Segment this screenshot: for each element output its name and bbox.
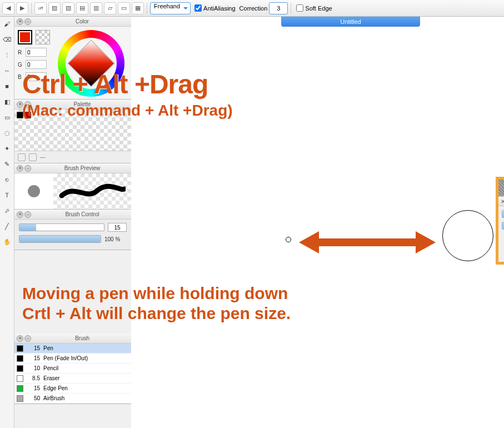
close-icon[interactable]: ✕ <box>17 211 23 218</box>
copy-icon[interactable] <box>18 153 26 161</box>
brush-row[interactable]: 15Edge Pen <box>14 384 131 394</box>
brush-name: AirBrush <box>43 395 129 401</box>
brush-size-slider[interactable] <box>19 223 104 231</box>
draw-mode-select[interactable]: Freehand <box>150 2 191 14</box>
r-input[interactable] <box>26 48 47 57</box>
pattern-6-icon[interactable]: ▭ <box>118 2 130 14</box>
size-demo <box>276 217 493 272</box>
annotation-line1: Ctrl + Alt +Drag <box>22 69 500 99</box>
document-tab[interactable]: Untitled <box>281 17 420 27</box>
pen-tool-icon[interactable]: ✎ <box>2 159 12 169</box>
pattern-2-icon[interactable]: ▧ <box>62 2 74 14</box>
tool-strip: 🖌 ⌫ ⋮ ↔ ■ ◧ ▭ ◌ ✦ ✎ ⎋ T ⬀ ╱ ✋ <box>0 17 14 428</box>
brush-size: 8.5 <box>27 375 40 381</box>
pattern-3-icon[interactable]: ▤ <box>76 2 88 14</box>
draw-mode-label: Freehand <box>154 3 180 9</box>
g-label: G <box>18 62 23 68</box>
annotation-body: Moving a pen while holding down Crtl + A… <box>22 283 500 324</box>
annotation-heading: Ctrl + Alt +Drag (Mac: command + Alt +Dr… <box>22 69 500 120</box>
background-swatch[interactable] <box>36 30 50 44</box>
brush-name: Pencil <box>43 365 129 371</box>
pointer-tool-icon[interactable]: ⬀ <box>2 206 12 216</box>
zoom-brush-control: ✕– Brush Control 100 % <box>496 177 504 265</box>
r-label: R <box>18 49 23 56</box>
brush-swatch <box>17 365 23 372</box>
brush-size: 50 <box>27 395 40 401</box>
brush-list-panel: ✕– Brush 15Pen15Pen (Fade In/Out)10Penci… <box>14 334 131 404</box>
g-input[interactable] <box>26 60 47 69</box>
brush-name: Pen <box>43 345 129 351</box>
softedge-checkbox[interactable] <box>296 4 303 12</box>
annotation-body1: Moving a pen while holding down <box>22 283 500 303</box>
brush-opacity-slider[interactable] <box>502 222 504 230</box>
brush-row[interactable]: 10Pencil <box>14 364 131 374</box>
move-tool-icon[interactable]: ↔ <box>2 66 12 76</box>
softedge-check[interactable]: Soft Edge <box>296 4 332 12</box>
brush-opacity-slider[interactable] <box>19 235 101 243</box>
brush-size: 15 <box>27 385 40 391</box>
brush-tool-icon[interactable]: 🖌 <box>2 19 12 29</box>
text-tool-icon[interactable]: T <box>2 190 12 200</box>
wand-tool-icon[interactable]: ✦ <box>2 143 12 153</box>
brush-name: Eraser <box>43 375 129 381</box>
brush-preview-panel: ✕– Brush Preview <box>14 163 131 210</box>
brush-dot-preview <box>14 173 53 209</box>
collapse-icon[interactable]: – <box>24 211 31 218</box>
document-title: Untitled <box>340 18 361 25</box>
gradient-tool-icon[interactable]: ◧ <box>2 97 12 107</box>
brush-row[interactable]: 8.5Eraser <box>14 374 131 384</box>
lasso-tool-icon[interactable]: ◌ <box>2 128 12 138</box>
collapse-icon[interactable]: – <box>24 18 31 25</box>
trash-icon[interactable] <box>29 153 37 161</box>
rect-select-icon[interactable]: ▭ <box>2 112 12 122</box>
pattern-7-icon[interactable]: ▦ <box>132 2 144 14</box>
brush-size-input[interactable] <box>108 223 127 232</box>
close-icon[interactable]: ✕ <box>501 198 504 205</box>
brush-control-panel: ✕– Brush Control 100 % <box>14 210 131 250</box>
close-icon[interactable]: ✕ <box>17 18 23 25</box>
collapse-icon[interactable]: – <box>24 165 31 172</box>
eyedropper-icon[interactable]: ⎋ <box>2 175 12 185</box>
annotation-body2: Crtl + Alt will change the pen size. <box>22 303 500 324</box>
nav-next-icon[interactable]: ▶ <box>16 2 28 14</box>
brush-name: Pen (Fade In/Out) <box>43 355 129 361</box>
brush-swatch <box>17 395 23 402</box>
brush-swatch <box>17 375 23 382</box>
brush-swatch <box>17 355 23 362</box>
close-icon[interactable]: ✕ <box>17 335 23 342</box>
eraser-tool-icon[interactable]: ⌫ <box>2 34 12 44</box>
brush-list-title: Brush <box>33 335 131 341</box>
off-icon[interactable]: off <box>34 2 47 14</box>
large-brush-circle <box>442 210 493 261</box>
fill-tool-icon[interactable]: ■ <box>2 81 12 91</box>
brush-opacity-label: 100 % <box>104 236 127 242</box>
brush-size-slider[interactable] <box>502 210 504 218</box>
hand-tool-icon[interactable]: ✋ <box>2 237 12 247</box>
palette-footer-text: --- <box>40 154 46 160</box>
antialias-checkbox[interactable] <box>194 4 202 12</box>
brush-row[interactable]: 15Pen <box>14 344 131 354</box>
close-icon[interactable]: ✕ <box>17 165 23 172</box>
correction-input[interactable] <box>269 2 288 14</box>
correction-label: Correction <box>239 5 268 12</box>
antialias-check[interactable]: AntiAliasing <box>194 4 235 12</box>
brush-stroke-preview <box>53 173 131 209</box>
pattern-5-icon[interactable]: ▱ <box>104 2 116 14</box>
brush-size: 15 <box>27 355 40 361</box>
softedge-label: Soft Edge <box>305 5 332 12</box>
brush-control-title: Brush Control <box>33 211 131 217</box>
brush-row[interactable]: 15Pen (Fade In/Out) <box>14 354 131 364</box>
foreground-swatch[interactable] <box>18 30 32 44</box>
dots-tool-icon[interactable]: ⋮ <box>2 50 12 60</box>
pattern-1-icon[interactable]: ▨ <box>48 2 61 14</box>
double-arrow-icon <box>298 227 437 258</box>
line-tool-icon[interactable]: ╱ <box>2 221 12 231</box>
nav-prev-icon[interactable]: ◀ <box>2 2 14 14</box>
brush-size: 15 <box>27 345 40 351</box>
top-toolbar: ◀ ▶ off ▨ ▧ ▤ ▥ ▱ ▭ ▦ Freehand AntiAlias… <box>0 0 504 17</box>
brush-preview-title: Brush Preview <box>33 165 131 171</box>
brush-name: Edge Pen <box>43 385 129 391</box>
brush-row[interactable]: 50AirBrush <box>14 394 131 404</box>
pattern-4-icon[interactable]: ▥ <box>90 2 102 14</box>
collapse-icon[interactable]: – <box>24 335 31 342</box>
